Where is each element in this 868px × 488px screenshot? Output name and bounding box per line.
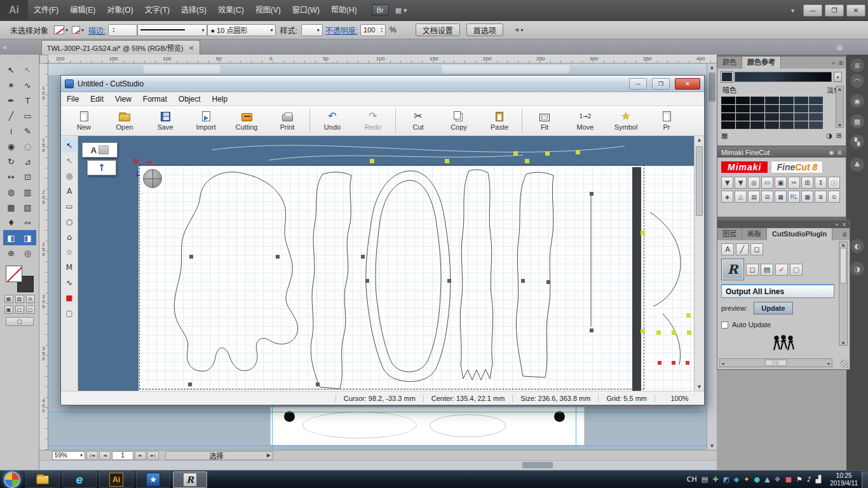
- color-variant-swatch[interactable]: [765, 97, 779, 104]
- finecut-tool-button[interactable]: ◈: [721, 191, 733, 203]
- vertical-ruler[interactable]: 100150200250300350400: [39, 64, 48, 450]
- free-transform-tool[interactable]: ⊡: [20, 169, 36, 184]
- none-mode-button[interactable]: ⊘: [26, 295, 35, 303]
- scroll-down-icon[interactable]: ▼: [707, 444, 717, 449]
- screen-mode-button[interactable]: ▢: [6, 317, 34, 326]
- move-button[interactable]: 1→2Move: [565, 107, 606, 135]
- first-page-button[interactable]: |◄: [86, 451, 98, 460]
- tray-icon[interactable]: ❖: [775, 475, 781, 484]
- tray-icon[interactable]: ■: [785, 475, 791, 484]
- collapse-panel-icon[interactable]: «: [835, 222, 838, 227]
- finecut-tool-button[interactable]: ⊞: [801, 177, 813, 189]
- cut-button[interactable]: ✂Cut: [398, 107, 438, 135]
- selection-tool[interactable]: ↖: [3, 62, 20, 78]
- show-desktop-button[interactable]: [862, 471, 868, 488]
- menu-item[interactable]: Object: [173, 95, 207, 104]
- selection-handle[interactable]: [641, 231, 645, 235]
- canvas-horizontal-scrollbar[interactable]: [39, 460, 717, 470]
- brush-dropdown[interactable]: ● 10 点圆形▾: [207, 24, 276, 36]
- cutstudio-vertical-scrollbar[interactable]: ▲ ▼: [694, 136, 704, 391]
- draw-behind-button[interactable]: ▢: [15, 306, 24, 314]
- color-variant-swatch[interactable]: [721, 105, 735, 112]
- panel-menu-icon[interactable]: ▤: [837, 44, 843, 51]
- page-number-input[interactable]: 1: [112, 451, 133, 460]
- tray-icon[interactable]: ▲: [764, 475, 770, 484]
- plugin-option-button[interactable]: ◻: [746, 264, 759, 276]
- fill-swatch[interactable]: [6, 266, 22, 282]
- document-setup-button[interactable]: 文档设置: [416, 24, 460, 36]
- lasso-tool[interactable]: ∿: [20, 78, 36, 93]
- blend-tool[interactable]: ∾: [20, 215, 36, 230]
- anchor-handle[interactable]: [189, 255, 193, 259]
- color-variant-swatch[interactable]: [736, 113, 750, 121]
- scrollbar-thumb[interactable]: [696, 146, 703, 216]
- zoom-tool[interactable]: ◎: [62, 168, 77, 183]
- mark-handle[interactable]: [686, 361, 689, 365]
- anchor-handle[interactable]: [316, 383, 320, 386]
- star-tool[interactable]: ☆: [62, 245, 77, 259]
- plugin-tool-button[interactable]: ◻: [750, 243, 763, 255]
- finecut-tool-button[interactable]: ▦: [775, 191, 787, 203]
- stroke-weight-input[interactable]: ▴▾: [108, 24, 137, 36]
- dock-panel-icon[interactable]: ◑: [850, 262, 864, 276]
- anchor-handle[interactable]: [361, 255, 365, 259]
- tray-icon[interactable]: CH: [687, 475, 697, 484]
- harmony-dropdown[interactable]: ▾: [834, 72, 842, 82]
- fit-button[interactable]: Fit: [524, 107, 565, 135]
- plugin-tool-button[interactable]: ╱: [736, 243, 749, 255]
- next-page-button[interactable]: ►: [135, 451, 146, 460]
- bridge-button[interactable]: Br: [372, 4, 389, 16]
- selection-handle[interactable]: [445, 159, 449, 163]
- menu-item[interactable]: 选择(S): [175, 0, 212, 21]
- selection-handle[interactable]: [545, 151, 550, 156]
- document-tab[interactable]: TWL-300P-21-GS24.ai* @ 59% (RGB/预览) ×: [41, 40, 200, 55]
- color-variant-swatch[interactable]: [780, 105, 794, 112]
- direct-selection-tool[interactable]: ↖: [20, 62, 36, 78]
- save-swatches-icon[interactable]: ⊞: [836, 132, 842, 140]
- anchor-handle[interactable]: [521, 279, 525, 283]
- style-dropdown[interactable]: ▾: [301, 24, 323, 36]
- harmony-colors-bar[interactable]: [735, 72, 832, 82]
- menu-item[interactable]: Help: [207, 95, 234, 104]
- finecut-tool-button[interactable]: △: [735, 191, 747, 203]
- last-page-button[interactable]: ►|: [147, 451, 159, 460]
- draw-normal-button[interactable]: ▣: [4, 306, 13, 314]
- tab-color-guide[interactable]: 颜色参考: [742, 57, 781, 69]
- menu-item[interactable]: Format: [137, 95, 173, 104]
- selection-handle[interactable]: [370, 159, 374, 163]
- menu-item[interactable]: View: [109, 95, 137, 104]
- dock-panel-icon[interactable]: ◉: [850, 94, 864, 108]
- start-button[interactable]: [4, 471, 20, 488]
- close-tab-icon[interactable]: ×: [188, 44, 194, 52]
- color-variant-swatch[interactable]: [736, 105, 750, 112]
- rectangle-tool[interactable]: ▭: [62, 199, 77, 214]
- dock-panel-icon[interactable]: ▦: [850, 114, 864, 128]
- hand-tool[interactable]: ⊕: [3, 245, 20, 261]
- tray-icon[interactable]: ✦: [743, 475, 749, 484]
- panel-menu-icon[interactable]: ≣: [837, 149, 842, 156]
- live-paint-bucket-tool[interactable]: ◧: [3, 230, 20, 245]
- tray-icon[interactable]: ✚: [712, 475, 718, 484]
- scroll-down-icon[interactable]: ▼: [695, 384, 704, 390]
- finecut-tool-button[interactable]: ↕: [815, 177, 827, 189]
- color-variant-swatch[interactable]: [794, 113, 808, 121]
- update-button[interactable]: Update: [754, 302, 793, 315]
- panel-scrollbar[interactable]: ▲▼: [836, 86, 844, 128]
- minimize-button[interactable]: —: [803, 4, 822, 17]
- finecut-tool-button[interactable]: ⊙: [828, 191, 840, 203]
- paste-button[interactable]: Paste: [479, 107, 520, 135]
- gradient-mode-button[interactable]: ▨: [15, 295, 24, 303]
- color-variant-swatch[interactable]: [750, 121, 764, 129]
- cutstudio-titlebar[interactable]: Untitled - CutStudio — ❐ ✕: [61, 76, 704, 92]
- polyline-tool[interactable]: M: [62, 260, 77, 274]
- color-variant-swatch[interactable]: [765, 121, 779, 129]
- plugin-option-button[interactable]: ✓: [775, 264, 788, 276]
- rectangle-tool[interactable]: ▭: [20, 108, 36, 123]
- tray-icon[interactable]: ▤: [702, 475, 708, 484]
- cutstudio-plugin-button[interactable]: R: [721, 259, 744, 280]
- taskbar-app-illustrator[interactable]: Ai: [99, 471, 133, 488]
- color-wheel-icon[interactable]: ◑: [826, 132, 832, 140]
- taskbar-app-internet-explorer[interactable]: e: [62, 471, 97, 488]
- panel-menu-icon[interactable]: ≣: [842, 231, 847, 238]
- finecut-tool-button[interactable]: ◎: [748, 177, 760, 189]
